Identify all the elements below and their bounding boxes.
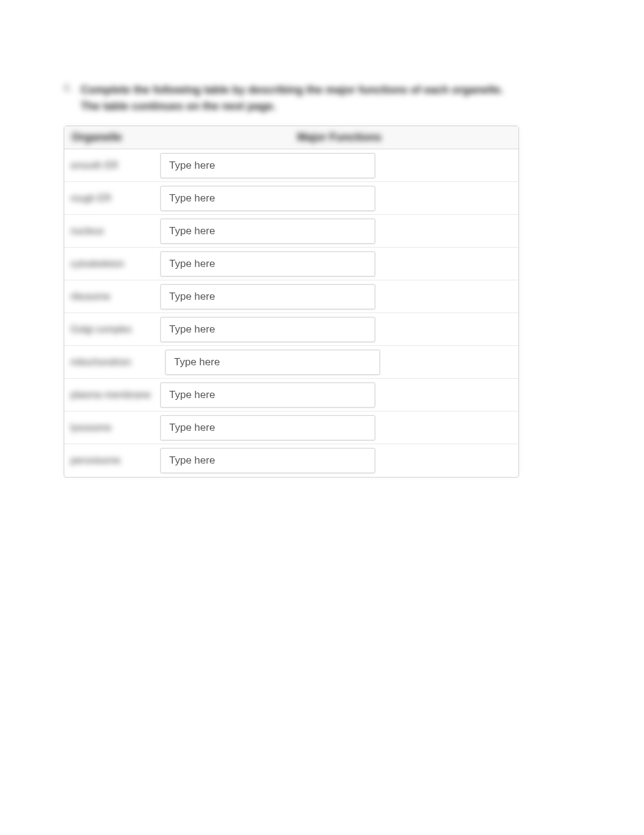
input-cell: Type here: [160, 183, 383, 214]
organelle-label: rough ER: [64, 193, 160, 204]
function-input[interactable]: Type here: [160, 251, 375, 277]
organelle-label: lysosome: [64, 422, 160, 433]
input-cell: Type here: [160, 150, 383, 181]
function-input[interactable]: Type here: [160, 382, 375, 408]
question-number: 6.: [64, 82, 81, 95]
question-row: 6. Complete the following table by descr…: [64, 82, 522, 115]
table-row: cytoskeleton Type here: [64, 248, 518, 280]
function-input[interactable]: Type here: [160, 218, 375, 244]
table-header: Organelle Major Functions: [64, 126, 518, 149]
table-row: nucleus Type here: [64, 215, 518, 248]
header-organelle: Organelle: [64, 131, 160, 144]
table-row: mitochondrion Type here: [64, 346, 518, 379]
organelle-label: mitochondrion: [64, 357, 160, 368]
organelle-table: Organelle Major Functions smooth ER Type…: [64, 126, 519, 478]
input-cell: Type here: [160, 314, 383, 345]
function-input[interactable]: Type here: [160, 284, 375, 309]
question-text: Complete the following table by describi…: [81, 82, 522, 115]
table-row: lysosome Type here: [64, 411, 518, 444]
organelle-label: smooth ER: [64, 160, 160, 171]
function-input[interactable]: Type here: [160, 448, 375, 473]
function-input[interactable]: Type here: [160, 153, 375, 178]
input-cell: Type here: [160, 380, 383, 410]
table-row: plasma membrane Type here: [64, 379, 518, 411]
input-cell: Type here: [160, 216, 383, 246]
input-cell: Type here: [160, 249, 383, 279]
organelle-label: nucleus: [64, 226, 160, 237]
input-cell: Type here: [160, 413, 383, 443]
input-cell: Type here: [160, 445, 383, 476]
input-cell: Type here: [160, 347, 383, 377]
table-row: smooth ER Type here: [64, 149, 518, 182]
input-cell: Type here: [160, 282, 383, 312]
function-input[interactable]: Type here: [165, 350, 380, 375]
table-row: peroxisome Type here: [64, 444, 518, 477]
organelle-label: peroxisome: [64, 455, 160, 466]
header-functions: Major Functions: [160, 131, 518, 144]
table-row: Golgi complex Type here: [64, 313, 518, 346]
table-row: rough ER Type here: [64, 182, 518, 215]
page-content: 6. Complete the following table by descr…: [64, 82, 522, 478]
table-row: ribosome Type here: [64, 280, 518, 313]
function-input[interactable]: Type here: [160, 317, 375, 342]
function-input[interactable]: Type here: [160, 186, 375, 211]
organelle-label: cytoskeleton: [64, 259, 160, 269]
function-input[interactable]: Type here: [160, 415, 375, 441]
organelle-label: ribosome: [64, 291, 160, 302]
organelle-label: Golgi complex: [64, 324, 160, 335]
organelle-label: plasma membrane: [64, 390, 160, 401]
